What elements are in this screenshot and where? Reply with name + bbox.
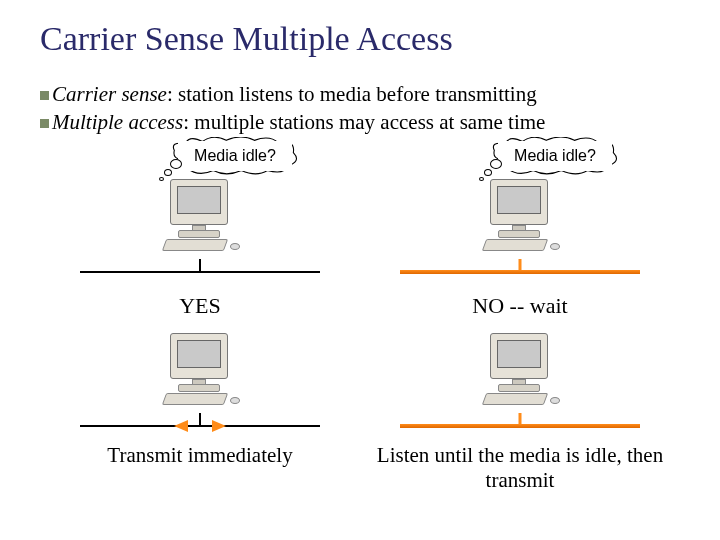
column-no: Media idle? NO -- wait Listen until the … xyxy=(360,135,680,493)
bullet-marker-icon xyxy=(40,91,49,100)
bullet-item: Multiple access: multiple stations may a… xyxy=(40,108,680,136)
bullet-list: Carrier sense: station listens to media … xyxy=(40,80,680,137)
thought-cloud: Media idle? xyxy=(498,141,612,171)
slide-title: Carrier Sense Multiple Access xyxy=(40,20,680,58)
column-yes: Media idle? YES Transmit immed xyxy=(40,135,360,493)
arrow-left-icon xyxy=(174,420,188,432)
media-line-idle xyxy=(40,259,360,279)
computer-icon xyxy=(160,333,240,407)
bullet-term: Carrier sense xyxy=(52,82,167,106)
media-line-transmitting xyxy=(40,413,360,433)
media-line-busy xyxy=(360,413,680,433)
bullet-def: : station listens to media before transm… xyxy=(167,82,537,106)
computer-icon xyxy=(480,333,560,407)
cloud-text: Media idle? xyxy=(514,147,596,164)
bullet-marker-icon xyxy=(40,119,49,128)
bullet-term: Multiple access xyxy=(52,110,183,134)
answer-no: NO -- wait xyxy=(360,293,680,319)
answer-yes: YES xyxy=(40,293,360,319)
computer-icon xyxy=(160,179,240,253)
arrow-right-icon xyxy=(212,420,226,432)
media-line-busy xyxy=(360,259,680,279)
diagram-columns: Media idle? YES Transmit immed xyxy=(40,135,680,493)
bullet-def: : multiple stations may access at same t… xyxy=(183,110,545,134)
caption-transmit: Transmit immediately xyxy=(40,443,360,468)
computer-icon xyxy=(480,179,560,253)
caption-listen: Listen until the media is idle, then tra… xyxy=(360,443,680,493)
cloud-text: Media idle? xyxy=(194,147,276,164)
bullet-item: Carrier sense: station listens to media … xyxy=(40,80,680,108)
thought-cloud: Media idle? xyxy=(178,141,292,171)
